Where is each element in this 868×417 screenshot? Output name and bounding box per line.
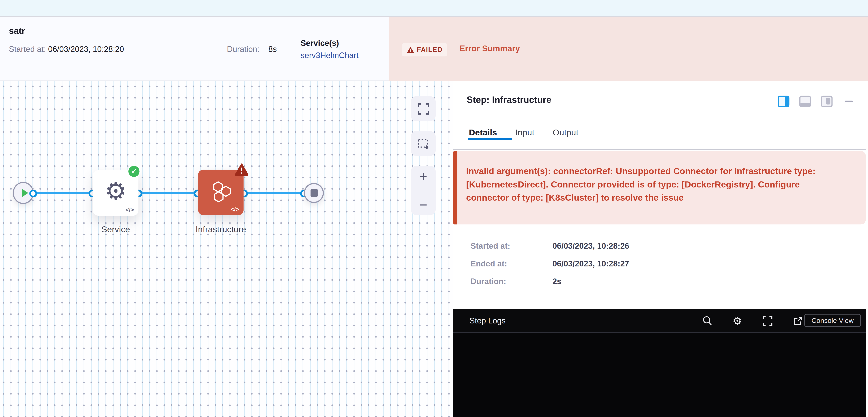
detail-label: Duration: [471,277,553,286]
node-infrastructure[interactable]: </> [198,170,244,215]
panel-scrollbar-gutter[interactable] [866,81,868,417]
stop-icon [310,189,317,197]
fullscreen-icon [417,103,429,115]
duration-row: Duration:8s [210,45,277,54]
open-in-new-icon[interactable] [793,315,803,326]
step-title: Step: Infrastructure [467,95,552,105]
node-service[interactable]: ⚙ ✓ </> [93,170,138,216]
step-details-panel: Step: Infrastructure Details Input Outpu… [453,81,868,417]
success-check-icon: ✓ [127,165,141,178]
layout-split-bottom-icon[interactable] [799,96,811,107]
layout-floating-icon[interactable] [821,96,833,107]
log-console[interactable] [454,333,866,417]
log-settings-icon[interactable]: ⚙ [733,315,742,326]
panel-layout-controls [778,96,853,107]
failure-warning-icon [235,163,249,176]
log-toolbar: ⚙ [701,309,804,332]
detail-value: 06/03/2023, 10:28:26 [552,242,629,250]
node-label: Service [93,224,138,234]
canvas-select-button[interactable] [411,131,436,156]
started-at-label: Started at: [9,45,46,54]
detail-row: Started at:06/03/2023, 10:28:26 [471,242,629,250]
status-badge-label: FAILED [417,46,442,54]
connector-line [138,192,199,194]
tab-input[interactable]: Input [515,128,534,138]
connector-line [33,192,94,194]
tab-output[interactable]: Output [553,128,578,138]
detail-tabs: Details Input Output [469,128,597,138]
detail-label: Started at: [471,242,553,250]
started-at-value: 06/03/2023, 10:28:20 [48,45,124,54]
detail-value: 06/03/2023, 10:28:27 [552,259,629,268]
canvas-fullscreen-button[interactable] [411,96,436,121]
pipeline-name: satr [9,26,25,36]
pipeline-canvas[interactable]: ⚙ ✓ </> </> Service Infrastructur [0,81,453,417]
error-summary-link[interactable]: Error Summary [459,44,520,53]
log-expand-icon[interactable] [762,315,773,326]
services-label: Service(s) [301,39,359,47]
detail-row: Duration:2s [471,277,561,286]
started-at-row: Started at: 06/03/2023, 10:28:20 [9,45,124,54]
code-icon: </> [231,206,239,212]
detail-value: 2s [552,277,561,286]
connector-line [244,192,306,194]
zoom-out-button[interactable]: − [411,197,436,212]
tab-divider [454,149,866,150]
error-message-box: Invalid argument(s): connectorRef: Unsup… [454,151,866,224]
hexagons-icon [209,180,233,204]
error-accent-bar [454,151,457,224]
error-message-text: Invalid argument(s): connectorRef: Unsup… [466,165,836,205]
pipeline-end-node[interactable] [304,183,324,203]
warning-triangle-icon [407,46,414,53]
canvas-zoom-control: + − [411,166,436,215]
minimize-button[interactable] [845,101,853,103]
services-block: Service(s) serv3HelmChart [301,39,359,60]
execution-header: satr Started at: 06/03/2023, 10:28:20 Du… [0,17,868,81]
service-link[interactable]: serv3HelmChart [301,51,359,60]
status-badge: FAILED [402,43,447,57]
connector-point [29,189,37,197]
browser-top-strip [0,0,868,16]
header-divider [286,33,286,74]
play-icon [22,188,28,197]
zoom-in-button[interactable]: + [411,169,436,184]
step-logs-title: Step Logs [469,316,506,325]
step-logs-bar: Step Logs ⚙ Console View [454,309,866,332]
console-view-button[interactable]: Console View [804,314,861,327]
tab-details[interactable]: Details [469,128,497,138]
code-icon: </> [125,206,134,213]
detail-row: Ended at:06/03/2023, 10:28:27 [471,259,629,268]
duration-value: 8s [268,45,277,54]
duration-label: Duration: [227,45,259,54]
detail-label: Ended at: [471,259,553,268]
node-label: Infrastructure [187,224,255,234]
layout-split-right-icon[interactable] [778,96,789,107]
active-tab-indicator [468,138,512,140]
pipeline-execution-page: satr Started at: 06/03/2023, 10:28:20 Du… [0,0,868,417]
gear-icon: ⚙ [93,177,138,205]
marquee-select-icon [417,137,429,150]
search-icon[interactable] [703,316,712,326]
